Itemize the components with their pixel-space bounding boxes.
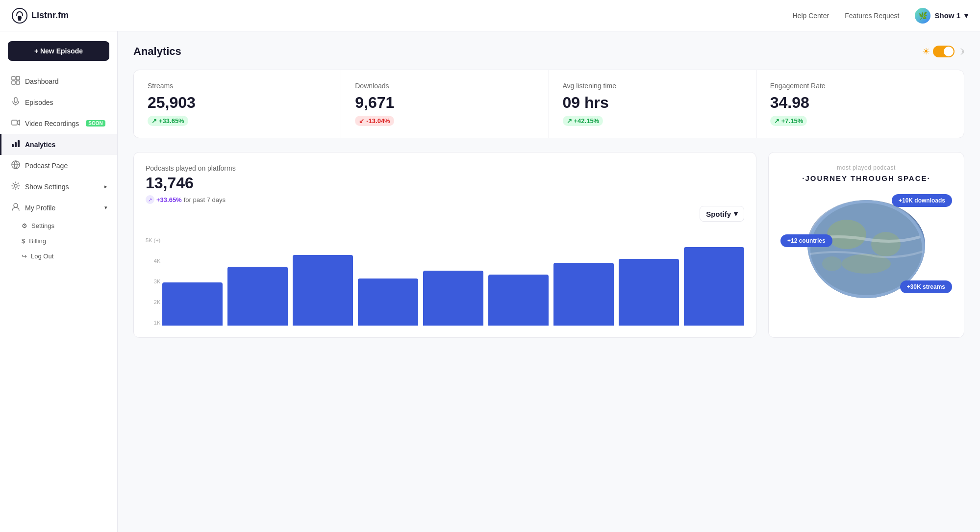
stats-grid: Streams 25,903 ↗ +33.65% Downloads 9,671… <box>133 70 964 138</box>
badge-countries[interactable]: +12 countries <box>780 234 832 247</box>
sidebar-sub-logout[interactable]: ↪ Log Out <box>22 249 117 264</box>
sidebar-sub-billing[interactable]: $ Billing <box>22 233 117 249</box>
badge-downloads[interactable]: +10K downloads <box>892 194 952 207</box>
trend-down-icon: ↙ <box>359 117 364 125</box>
svg-point-1 <box>18 16 22 20</box>
platform-name: Spotify <box>706 210 731 218</box>
globe-icon <box>11 160 20 171</box>
sub-label: Settings <box>31 222 54 229</box>
chart-card: Podcasts played on platforms 13,746 ↗ +3… <box>133 152 756 338</box>
mic-icon <box>11 97 20 107</box>
new-episode-button[interactable]: + New Episode <box>8 41 109 61</box>
show-name: Show 1 <box>934 11 960 20</box>
stat-value: 09 hrs <box>563 94 742 112</box>
settings-icon <box>11 181 20 192</box>
stat-change: ↗ +33.65% <box>148 116 188 126</box>
sidebar-item-label: My Profile <box>25 204 55 212</box>
layout: + New Episode Dashboard Episodes Video R… <box>0 0 980 532</box>
features-request-link[interactable]: Features Request <box>845 12 899 20</box>
logo[interactable]: Listnr.fm <box>12 8 69 24</box>
sidebar-item-analytics[interactable]: Analytics <box>0 134 117 155</box>
svg-rect-6 <box>16 81 20 84</box>
theme-toggle: ☀ ☽ <box>922 46 964 57</box>
soon-badge: SOON <box>86 120 105 127</box>
stat-change: ↗ +7.15% <box>770 116 807 126</box>
globe-container: +10K downloads +12 countries +30K stream… <box>780 190 952 298</box>
help-center-link[interactable]: Help Center <box>792 12 829 20</box>
chart-bar[interactable] <box>684 247 744 326</box>
most-played-title: ·JOURNEY THROUGH SPACE· <box>780 174 952 182</box>
svg-rect-9 <box>12 120 17 125</box>
y-label: 5K (+) <box>146 237 160 243</box>
stat-change-value: -13.04% <box>366 117 390 125</box>
sidebar-item-dashboard[interactable]: Dashboard <box>0 71 117 92</box>
video-icon <box>11 118 20 128</box>
stat-label: Downloads <box>355 82 534 90</box>
chart-bar[interactable] <box>423 271 483 326</box>
y-label: 2K <box>146 299 160 305</box>
sidebar-item-label: Show Settings <box>25 183 69 191</box>
svg-point-16 <box>14 203 18 207</box>
dollar-icon: $ <box>22 237 25 245</box>
logo-text: Listnr.fm <box>31 10 69 21</box>
stat-card-streams: Streams 25,903 ↗ +33.65% <box>134 70 341 138</box>
bar-chart-icon <box>11 139 20 150</box>
svg-point-21 <box>822 256 842 271</box>
header: Listnr.fm Help Center Features Request 🌿… <box>0 0 980 31</box>
svg-rect-5 <box>12 81 15 84</box>
trend-up-icon: ↗ <box>774 117 779 125</box>
stat-card-avg-listening: Avg listening time 09 hrs ↗ +42.15% <box>549 70 756 138</box>
user-icon <box>11 203 20 213</box>
sidebar-item-label: Dashboard <box>25 77 59 85</box>
sidebar-sub-settings[interactable]: ⚙ Settings <box>22 218 117 233</box>
sidebar-item-podcast-page[interactable]: Podcast Page <box>0 155 117 176</box>
stat-value: 34.98 <box>770 94 950 112</box>
stat-change-value: +33.65% <box>159 117 184 125</box>
svg-point-18 <box>827 220 866 249</box>
svg-rect-11 <box>15 142 17 147</box>
chart-bar[interactable] <box>358 279 418 326</box>
page-title: Analytics <box>133 45 181 58</box>
show-selector[interactable]: 🌿 Show 1 ▾ <box>915 8 968 24</box>
stat-change: ↙ -13.04% <box>355 116 394 126</box>
svg-rect-3 <box>12 76 15 80</box>
sidebar-item-label: Analytics <box>25 141 55 149</box>
theme-toggle-switch[interactable] <box>933 46 955 57</box>
chart-bar[interactable] <box>162 282 223 326</box>
chart-bar[interactable] <box>293 255 353 326</box>
sidebar-item-show-settings[interactable]: Show Settings ▸ <box>0 176 117 197</box>
chart-change-pct: +33.65% <box>156 196 182 203</box>
svg-rect-4 <box>16 76 20 80</box>
bottom-grid: Podcasts played on platforms 13,746 ↗ +3… <box>133 152 964 338</box>
chart-bar[interactable] <box>227 267 288 326</box>
sidebar-item-episodes[interactable]: Episodes <box>0 92 117 113</box>
sidebar-item-video-recordings[interactable]: Video Recordings SOON <box>0 113 117 134</box>
stat-label: Engagement Rate <box>770 82 950 90</box>
trend-up-icon: ↗ <box>151 117 157 125</box>
chevron-down-icon: ▾ <box>964 11 968 20</box>
chart-bar[interactable] <box>619 259 679 326</box>
svg-rect-2 <box>18 19 21 21</box>
chart-bar[interactable] <box>553 263 614 326</box>
platform-selector[interactable]: Spotify ▾ <box>700 206 744 222</box>
svg-rect-7 <box>14 98 17 102</box>
chart-bar[interactable] <box>488 275 549 326</box>
badge-streams[interactable]: +30K streams <box>900 280 952 293</box>
stat-label: Avg listening time <box>563 82 742 90</box>
page-header: Analytics ☀ ☽ <box>133 45 964 58</box>
y-label: 4K <box>146 258 160 264</box>
stat-card-downloads: Downloads 9,671 ↙ -13.04% <box>341 70 549 138</box>
chevron-right-icon: ▸ <box>104 183 107 190</box>
sidebar-item-label: Podcast Page <box>25 162 68 170</box>
stat-value: 9,671 <box>355 94 534 112</box>
chevron-down-icon: ▾ <box>734 209 738 218</box>
trend-up-icon: ↗ <box>567 117 572 125</box>
sidebar: + New Episode Dashboard Episodes Video R… <box>0 31 118 532</box>
svg-point-15 <box>14 184 17 187</box>
most-played-label: most played podcast <box>780 164 952 171</box>
svg-rect-10 <box>12 144 14 147</box>
svg-point-19 <box>871 232 901 256</box>
sidebar-item-my-profile[interactable]: My Profile ▾ <box>0 197 117 218</box>
podcast-card: most played podcast ·JOURNEY THROUGH SPA… <box>768 152 964 338</box>
bar-chart-container: 5K (+) 4K 3K 2K 1K <box>146 228 744 326</box>
